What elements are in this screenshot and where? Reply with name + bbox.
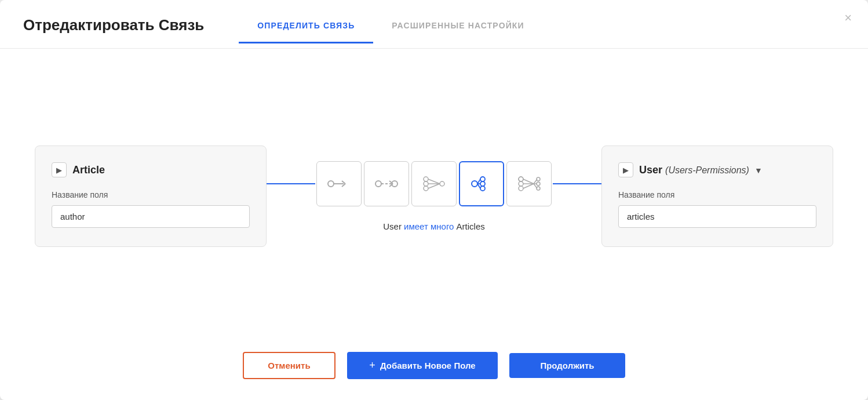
left-model-name: Article <box>72 164 105 176</box>
cancel-button[interactable]: Отменить <box>243 352 335 379</box>
svg-point-22 <box>480 186 485 191</box>
svg-point-15 <box>440 181 444 186</box>
left-field-input[interactable] <box>52 205 250 228</box>
plus-icon: + <box>369 359 375 372</box>
left-line <box>267 183 315 184</box>
tab-define[interactable]: ОПРЕДЕЛИТЬ СВЯЗЬ <box>239 21 373 43</box>
right-model-card: ▶ User (Users-Permissions) ▼ Название по… <box>601 146 833 247</box>
right-model-name: User (Users-Permissions) ▼ <box>639 164 763 176</box>
svg-point-11 <box>424 186 428 191</box>
tabs: ОПРЕДЕЛИТЬ СВЯЗЬ РАСШИРЕННЫЕ НАСТРОЙКИ <box>239 21 542 43</box>
modal-body: ▶ Article Название поля <box>0 49 868 338</box>
rel-btn-one-way[interactable] <box>316 161 362 206</box>
svg-point-16 <box>472 181 477 187</box>
modal-footer: Отменить + Добавить Новое Поле Продолжит… <box>0 338 868 400</box>
left-model-header: ▶ Article <box>52 162 250 177</box>
continue-button[interactable]: Продолжить <box>509 353 625 378</box>
right-field-label: Название поля <box>618 190 816 199</box>
add-field-button[interactable]: + Добавить Новое Поле <box>347 352 498 379</box>
left-model-icon: ▶ <box>52 162 67 177</box>
svg-point-10 <box>424 181 428 186</box>
modal-header: Отредактировать Связь ОПРЕДЕЛИТЬ СВЯЗЬ Р… <box>0 0 868 49</box>
svg-point-4 <box>375 181 381 187</box>
tab-advanced[interactable]: РАСШИРЕННЫЕ НАСТРОЙКИ <box>373 21 542 43</box>
svg-line-12 <box>428 179 440 184</box>
rel-btn-many-to-one[interactable] <box>506 161 552 206</box>
svg-point-20 <box>480 177 485 181</box>
svg-point-21 <box>480 181 485 186</box>
relation-center: User имеет много Articles <box>267 161 601 231</box>
left-field-label: Название поля <box>52 190 250 199</box>
relation-label: User имеет много Articles <box>383 221 485 231</box>
svg-point-25 <box>519 186 523 191</box>
modal: Отредактировать Связь ОПРЕДЕЛИТЬ СВЯЗЬ Р… <box>0 0 868 400</box>
left-model-card: ▶ Article Название поля <box>35 146 267 247</box>
right-line <box>553 183 601 184</box>
relation-area: ▶ Article Название поля <box>35 72 833 321</box>
relation-line-area <box>267 161 601 206</box>
svg-line-26 <box>523 179 534 184</box>
rel-btn-one-to-many[interactable] <box>364 161 409 206</box>
close-button[interactable]: × <box>844 12 852 24</box>
rel-btn-many-to-many-left[interactable] <box>411 161 457 206</box>
right-model-header: ▶ User (Users-Permissions) ▼ <box>618 162 816 177</box>
model-dropdown-arrow[interactable]: ▼ <box>754 166 763 175</box>
svg-point-24 <box>519 181 523 186</box>
svg-point-0 <box>328 181 334 187</box>
svg-point-29 <box>519 177 523 181</box>
svg-point-9 <box>424 177 428 181</box>
rel-btn-has-many[interactable] <box>459 161 504 206</box>
svg-line-28 <box>523 184 534 188</box>
relation-buttons <box>315 161 553 206</box>
svg-line-14 <box>428 184 440 188</box>
right-model-icon: ▶ <box>618 162 633 177</box>
right-field-input[interactable] <box>618 205 816 228</box>
modal-title: Отредактировать Связь <box>23 16 204 48</box>
